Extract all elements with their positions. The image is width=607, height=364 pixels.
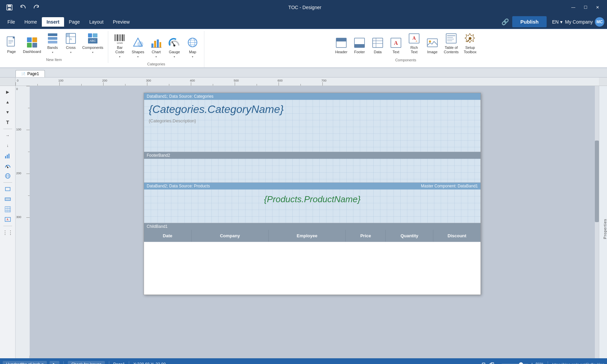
minimize-button[interactable]: — [568,3,579,12]
canvas-area: 0 100 200 300 [16,86,599,358]
svg-rect-82 [322,82,323,86]
ribbon-btn-barcode[interactable]: 12345 Bar Code ▾ [111,31,128,60]
zoom-icon-right[interactable] [489,362,494,364]
check-issues-button[interactable]: Check for Issues [68,361,105,364]
menu-layout[interactable]: Layout [85,17,108,27]
ribbon-btn-bands[interactable]: Bands ▾ [44,31,61,55]
svg-rect-85 [81,84,82,86]
svg-text:100: 100 [58,79,63,82]
svg-rect-119 [28,152,30,152]
band-databand1-content: {Categories.CategoryName} {Categories.De… [144,100,481,152]
zoom-slider-thumb[interactable] [519,362,523,364]
svg-rect-1 [8,5,11,7]
close-button[interactable]: ✕ [592,3,603,12]
left-panel: ▶ ▲ ▼ T → ↓ A ⋮⋮ [0,86,16,358]
left-panel-btn-grid[interactable] [2,205,14,214]
ribbon-btn-header[interactable]: Header [333,35,350,56]
ribbon-btn-page[interactable]: Page [3,35,20,55]
scrollbar-thumb[interactable] [595,141,599,222]
left-panel-btn-rect[interactable] [2,184,14,194]
play-button[interactable]: ▶ [50,361,59,364]
svg-rect-110 [26,86,30,86]
zoom-icon-left[interactable] [482,362,487,364]
left-panel-btn-arrow-down[interactable]: ↓ [2,141,14,150]
svg-text:200: 200 [16,172,21,175]
band-databand1-header: DataBand1; Data Source: Categories [144,93,481,100]
ribbon-btn-shapes[interactable]: Shapes ▾ [129,35,147,60]
ribbon-btn-toc-label1: Table of [445,46,458,50]
zoom-minus-button[interactable]: − [496,361,499,364]
left-panel-btn-up[interactable]: ▲ [2,97,14,107]
ribbon-btn-toc[interactable]: Table of Contents [442,31,461,56]
category-name-field[interactable]: {Categories.CategoryName} [144,100,481,117]
svg-rect-72 [103,82,104,86]
zoom-plus-button[interactable]: + [530,361,533,364]
status-sep2 [109,361,109,364]
ribbon-btn-setuptoolbox[interactable]: Setup Toolbox [461,31,479,56]
undo-button[interactable] [18,3,28,12]
left-panel-btn-textbox[interactable]: A [2,215,14,224]
description-field[interactable]: {Categories.Description} [144,117,481,125]
svg-text:200: 200 [102,79,107,82]
left-panel-sep2 [3,182,12,183]
ribbon-btn-components[interactable]: ABC Components ▾ [80,31,105,55]
left-panel-btn-gauge[interactable] [2,161,14,171]
canvas-scroll[interactable]: DataBand1; Data Source: Categories {Cate… [30,86,595,358]
ribbon-btn-richtext[interactable]: A a Rich Text [405,31,423,56]
menu-file[interactable]: File [3,17,20,27]
url-link[interactable]: https://blog.csdn.net/RoffeyYing [552,362,604,364]
left-panel-btn-chart[interactable] [2,151,14,160]
publish-button[interactable]: Publish [512,16,547,27]
ribbon-btn-data-label: Data [374,50,381,54]
left-panel-btn-pointer[interactable]: ▶ [2,87,14,97]
redo-button[interactable] [31,3,42,12]
ribbon-btn-image[interactable]: Image [424,35,441,56]
svg-rect-86 [125,84,125,86]
ribbon-btn-gauge[interactable]: Gauge ▾ [166,35,183,60]
company-name: My Company [565,19,593,25]
menu-page[interactable]: Page [64,17,85,27]
ribbon-btn-dashboard[interactable]: Dashboard [21,35,43,55]
svg-rect-118 [28,108,30,108]
svg-rect-80 [279,82,279,86]
left-panel-btn-arrow-right[interactable]: → [2,131,14,140]
svg-text:A: A [394,40,398,46]
ribbon-btn-setuptoolbox-label1: Setup [465,46,475,50]
left-panel-btn-text[interactable]: T [2,118,14,127]
left-panel-btn-down[interactable]: ▼ [2,108,14,117]
svg-line-95 [6,165,8,168]
status-bar: Hundredths of Inch ▾ ▶ Check for Issues … [0,358,607,364]
svg-rect-50 [373,38,383,48]
shapes-dropdown-arrow: ▾ [137,55,139,58]
menu-insert[interactable]: Insert [42,17,64,27]
left-panel-btn-dots[interactable]: ⋮⋮ [2,228,14,237]
ribbon-btn-header-label: Header [335,50,347,54]
vertical-scrollbar[interactable] [595,86,599,358]
ribbon-btn-footer[interactable]: Footer [351,35,368,56]
band-databand2: DataBand2; Data Source: Products Master … [144,183,481,223]
ribbon-btn-cross[interactable]: A Cross ▾ [62,31,80,55]
horizontal-ruler: 0 100 200 300 400 500 600 700 [16,78,599,86]
ribbon-btn-data[interactable]: Data [369,35,386,56]
save-button[interactable] [4,3,15,12]
ribbon-btn-text[interactable]: A Text [387,35,405,56]
band-databand1-header-left: DataBand1; Data Source: Categories [147,94,213,99]
menu-preview[interactable]: Preview [108,17,135,27]
ribbon-btn-dashboard-label: Dashboard [23,50,41,54]
restore-button[interactable]: ☐ [580,3,591,12]
left-panel-btn-globe[interactable] [2,171,14,181]
ribbon-btn-components-label: Components [82,46,103,50]
ribbon-btn-map[interactable]: Map ▾ [184,35,201,60]
band-footerband2-content [144,159,481,182]
svg-text:100: 100 [16,128,21,131]
ribbon-btn-chart[interactable]: Chart ▾ [147,35,165,60]
svg-text:400: 400 [190,79,195,82]
left-panel-btn-hrect[interactable] [2,194,14,204]
share-button[interactable]: 🔗 [498,17,512,27]
table-header-discount: Discount [433,230,481,242]
page-tab-page1[interactable]: 📄 Page1 [16,70,45,77]
menu-home[interactable]: Home [20,17,42,27]
units-dropdown[interactable]: Hundredths of Inch ▾ [3,361,47,364]
product-name-field[interactable]: {Products.ProductName} [144,189,481,209]
language-button[interactable]: EN ▾ [549,18,565,26]
